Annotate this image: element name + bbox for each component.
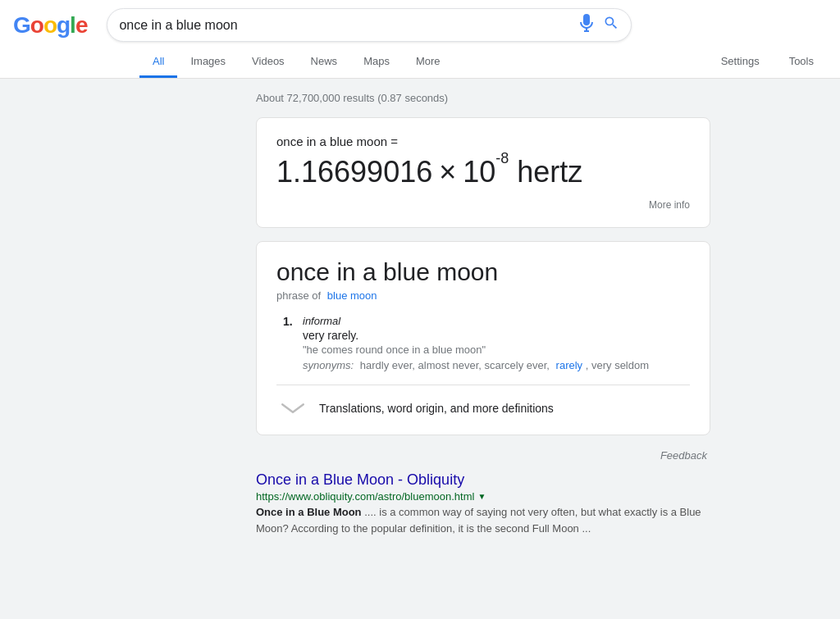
logo-letter-o1: o (30, 12, 43, 39)
header: Google All Images Videos (0, 0, 840, 79)
logo-letter-e: e (75, 12, 88, 39)
frequency-card: once in a blue moon = 1.16699016 × 10-8 … (256, 117, 710, 228)
main-content: About 72,700,000 results (0.87 seconds) … (116, 79, 724, 536)
feedback-row: Feedback (256, 448, 710, 462)
frequency-number: 1.16699016 (276, 155, 432, 189)
result-title: Once in a Blue Moon - Obliquity (256, 471, 710, 489)
logo-letter-g: G (13, 12, 30, 39)
search-icons (580, 14, 619, 36)
result-snippet: Once in a Blue Moon .... is a common way… (256, 504, 710, 536)
results-count: About 72,700,000 results (0.87 seconds) (256, 92, 710, 104)
synonyms-label: synonyms: (303, 359, 354, 371)
phrase-of-label: phrase of (276, 289, 321, 302)
rarely-link[interactable]: rarely (556, 359, 583, 371)
tab-news[interactable]: News (298, 47, 351, 78)
result-url: https://www.obliquity.com/astro/bluemoon… (256, 490, 710, 503)
search-result-obliquity: Once in a Blue Moon - Obliquity https://… (256, 471, 710, 536)
translations-text: Translations, word origin, and more defi… (319, 402, 554, 415)
frequency-value: 1.16699016 × 10-8 hertz (276, 155, 690, 189)
tab-maps[interactable]: Maps (350, 47, 403, 78)
microphone-icon[interactable] (580, 14, 593, 36)
definition-list: 1. informal very rarely. "he comes round… (276, 315, 690, 371)
logo-letter-g2: g (57, 12, 70, 39)
frequency-exponent: -8 (495, 150, 509, 166)
frequency-label: once in a blue moon = (276, 134, 690, 148)
chevron-down-icon (276, 398, 309, 418)
def-number: 1. (283, 315, 296, 371)
tab-all[interactable]: All (139, 47, 177, 78)
result-dropdown-arrow[interactable]: ▼ (477, 492, 486, 501)
nav-tabs: All Images Videos News Maps More Setting… (0, 47, 840, 78)
translations-bar[interactable]: Translations, word origin, and more defi… (276, 385, 690, 418)
definition-title: once in a blue moon (276, 258, 690, 286)
tab-settings[interactable]: Settings (708, 47, 773, 78)
search-bar (107, 8, 632, 42)
more-info: More info (276, 199, 690, 211)
blue-moon-link[interactable]: blue moon (327, 289, 377, 302)
def-informal: informal (303, 315, 690, 327)
tab-videos[interactable]: Videos (239, 47, 298, 78)
nav-right: Settings Tools (708, 47, 827, 78)
frequency-ten-exponent: 10-8 (463, 155, 509, 189)
frequency-times: × (439, 155, 456, 189)
def-synonyms: synonyms: hardly ever, almost never, sca… (303, 359, 690, 371)
frequency-unit: hertz (517, 155, 582, 189)
tab-tools[interactable]: Tools (776, 47, 827, 78)
result-snippet-bold: Once in a Blue Moon (256, 506, 362, 518)
search-button[interactable] (603, 15, 619, 35)
more-info-link[interactable]: More info (649, 199, 690, 211)
def-content: informal very rarely. "he comes round on… (303, 315, 690, 371)
header-top: Google (0, 0, 840, 47)
google-logo[interactable]: Google (13, 12, 87, 39)
tab-more[interactable]: More (403, 47, 454, 78)
result-url-text: https://www.obliquity.com/astro/bluemoon… (256, 490, 474, 503)
logo-letter-l: l (70, 12, 75, 39)
phrase-of: phrase of blue moon (276, 289, 690, 302)
logo-letter-o2: o (43, 12, 57, 39)
search-input[interactable] (119, 18, 573, 33)
definition-item-1: 1. informal very rarely. "he comes round… (283, 315, 690, 371)
definition-card: once in a blue moon phrase of blue moon … (256, 241, 710, 435)
synonyms-end: , very seldom (586, 359, 649, 371)
result-title-link[interactable]: Once in a Blue Moon - Obliquity (256, 471, 464, 488)
tab-images[interactable]: Images (177, 47, 239, 78)
frequency-base: 10 (463, 155, 495, 189)
feedback-link[interactable]: Feedback (660, 449, 707, 462)
def-text: very rarely. (303, 329, 690, 342)
synonyms-plain: hardly ever, almost never, scarcely ever… (360, 359, 550, 371)
def-example: "he comes round once in a blue moon" (303, 344, 690, 356)
